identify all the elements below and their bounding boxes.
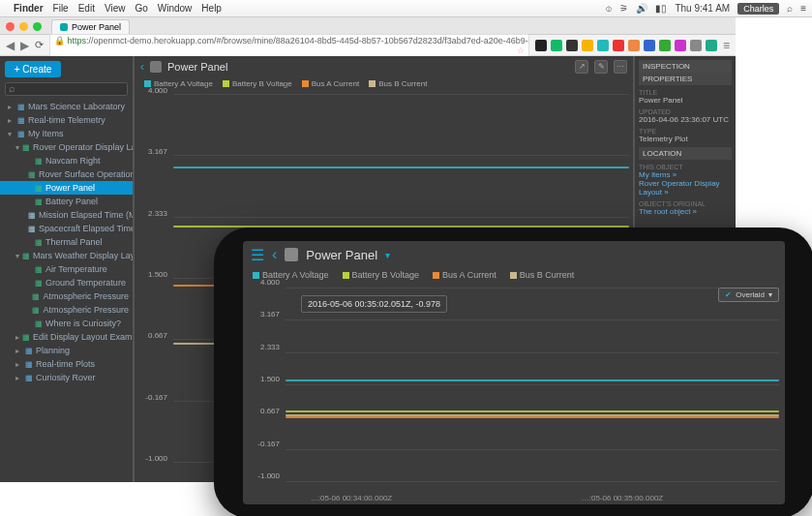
swatch-icon xyxy=(253,272,259,279)
tree-item[interactable]: ▸ ▦ Real-time Telemetry xyxy=(0,113,133,127)
user-menu[interactable]: Charles xyxy=(737,3,779,15)
tree-item[interactable]: ▦ Spacecraft Elapsed Time xyxy=(0,222,133,235)
menu-window[interactable]: Window xyxy=(158,3,193,14)
extension-icon[interactable] xyxy=(706,40,717,51)
tree-item[interactable]: ▸ ▦ Curiosity Rover xyxy=(0,371,133,384)
browser-tab[interactable]: Power Panel xyxy=(51,19,130,34)
minimize-icon[interactable] xyxy=(19,22,28,31)
folder-icon: ▦ xyxy=(16,103,25,111)
tree-item[interactable]: ▦ Power Panel xyxy=(0,181,133,195)
tree-item[interactable]: ▦ Air Temperature xyxy=(0,262,133,276)
menu-go[interactable]: Go xyxy=(135,3,147,14)
caret-icon[interactable]: ▸ xyxy=(8,116,14,125)
caret-icon[interactable]: ▾ xyxy=(15,252,19,260)
notification-icon[interactable]: ≡ xyxy=(800,3,806,14)
star-icon[interactable]: ☆ xyxy=(517,46,525,55)
plot-icon: ▦ xyxy=(34,184,43,193)
tree-label: My Items xyxy=(28,129,64,138)
tree-item[interactable]: ▦ Battery Panel xyxy=(0,195,133,208)
tree-item[interactable]: ▸ ▦ Planning xyxy=(0,344,133,357)
address-bar: ◀ ▶ ⟳ 🔒 https://openmct-demo.herokuapp.c… xyxy=(0,35,736,56)
legend-item[interactable]: Bus B Current xyxy=(369,79,427,88)
extension-icon[interactable] xyxy=(582,40,593,51)
forward-button[interactable]: ▶ xyxy=(20,39,29,52)
battery-icon[interactable]: ▮▯ xyxy=(655,3,667,14)
back-icon[interactable]: ‹ xyxy=(140,60,144,74)
wifi-icon[interactable]: ⚞ xyxy=(619,3,628,14)
layout-icon: ▦ xyxy=(22,143,30,152)
menu-icon[interactable]: ≡ xyxy=(723,39,730,52)
legend-item[interactable]: Bus B Current xyxy=(510,270,575,280)
hamburger-icon[interactable]: ☰ xyxy=(251,246,264,264)
extension-icon[interactable] xyxy=(659,40,671,51)
extension-icon[interactable] xyxy=(613,40,624,51)
app-name[interactable]: Finder xyxy=(14,3,44,14)
tree-item[interactable]: ▦ Mission Elapsed Time (MET) xyxy=(0,208,133,222)
tree-item[interactable]: ▦ Ground Temperature xyxy=(0,276,133,289)
phone-device: ☰ ‹ Power Panel ▾ Battery A VoltageBatte… xyxy=(214,228,812,516)
tree-item[interactable]: ▾ ▦ Rover Operator Display Layout xyxy=(0,140,133,154)
location-link[interactable]: Rover Operator Display Layout » xyxy=(639,179,732,197)
create-button[interactable]: + Create xyxy=(5,61,61,77)
extension-icon[interactable] xyxy=(675,40,686,51)
location-link[interactable]: My Items » xyxy=(639,170,732,179)
tree-label: Mission Elapsed Time (MET) xyxy=(39,210,133,220)
tree-item[interactable]: ▾ ▦ Mars Weather Display Layout xyxy=(0,249,133,262)
tree-item[interactable]: ▸ ▦ Mars Science Laboratory xyxy=(0,100,133,113)
overlay-mode-selector[interactable]: ✔ Overlaid ▾ xyxy=(718,288,779,302)
dropdown-icon[interactable]: ▾ xyxy=(385,250,390,260)
back-button[interactable]: ◀ xyxy=(6,39,15,52)
caret-icon[interactable]: ▸ xyxy=(15,347,21,355)
extension-icon[interactable] xyxy=(644,40,655,51)
tree-item[interactable]: ▦ Where is Curiosity? xyxy=(0,317,133,330)
tree-item[interactable]: ▦ Atmospheric Pressure xyxy=(0,289,133,303)
telemetry-plot[interactable]: 4.0003.1672.3331.5000.667-0.167-1.000 20… xyxy=(243,282,785,504)
clock[interactable]: Thu 9:41 AM xyxy=(675,3,730,14)
tree-item[interactable]: ▦ Thermal Panel xyxy=(0,235,133,249)
caret-icon[interactable]: ▸ xyxy=(15,374,21,382)
extension-icon[interactable] xyxy=(535,40,547,51)
menu-view[interactable]: View xyxy=(105,3,126,14)
location-link[interactable]: The root object » xyxy=(639,207,732,216)
bluetooth-icon[interactable]: ⌽ xyxy=(606,3,612,14)
legend-label: Bus A Current xyxy=(442,270,496,280)
caret-icon[interactable]: ▾ xyxy=(8,130,14,138)
caret-icon[interactable]: ▸ xyxy=(15,333,19,342)
tree-item[interactable]: ▦ Atmospheric Pressure xyxy=(0,303,133,317)
menu-help[interactable]: Help xyxy=(201,3,222,14)
tree-label: Where is Curiosity? xyxy=(45,319,121,328)
menu-file[interactable]: File xyxy=(53,3,69,14)
caret-icon[interactable]: ▸ xyxy=(8,103,14,111)
reload-button[interactable]: ⟳ xyxy=(35,39,44,51)
extension-icon[interactable] xyxy=(690,40,702,51)
menu-button[interactable]: ⋯ xyxy=(614,60,627,74)
prop-type-label: TYPE xyxy=(639,128,732,135)
extension-icon[interactable] xyxy=(566,40,578,51)
tree-item[interactable]: ▦ Rover Surface Operations xyxy=(0,167,133,181)
extension-icon[interactable] xyxy=(551,40,562,51)
new-window-button[interactable]: ↗ xyxy=(575,60,588,74)
volume-icon[interactable]: 🔊 xyxy=(636,3,647,14)
legend-item[interactable]: Bus A Current xyxy=(302,79,359,88)
x-tick: …:05-06 00:34:00.000Z xyxy=(311,494,393,502)
extension-icon[interactable] xyxy=(597,40,609,51)
caret-icon[interactable]: ▸ xyxy=(15,360,21,369)
tree-item[interactable]: ▸ ▦ Edit Display Layout Example xyxy=(0,330,133,344)
url-field[interactable]: 🔒 https://openmct-demo.herokuapp.com/#/b… xyxy=(49,34,529,57)
legend-item[interactable]: Bus A Current xyxy=(433,270,496,280)
search-input[interactable] xyxy=(5,82,128,96)
menu-edit[interactable]: Edit xyxy=(78,3,95,14)
close-icon[interactable] xyxy=(6,22,15,31)
caret-icon[interactable]: ▾ xyxy=(15,143,19,152)
edit-button[interactable]: ✎ xyxy=(594,60,608,74)
extension-icon[interactable] xyxy=(628,40,640,51)
tree-item[interactable]: ▾ ▦ My Items xyxy=(0,127,133,140)
tree-item[interactable]: ▦ Navcam Right xyxy=(0,154,133,167)
back-icon[interactable]: ‹ xyxy=(272,246,277,263)
tree-item[interactable]: ▸ ▦ Real-time Plots xyxy=(0,357,133,371)
legend-item[interactable]: Battery B Voltage xyxy=(343,270,420,280)
zoom-icon[interactable] xyxy=(33,22,42,31)
legend-item[interactable]: Battery B Voltage xyxy=(223,79,292,88)
spotlight-icon[interactable]: ⌕ xyxy=(787,3,793,14)
extensions xyxy=(535,40,717,51)
